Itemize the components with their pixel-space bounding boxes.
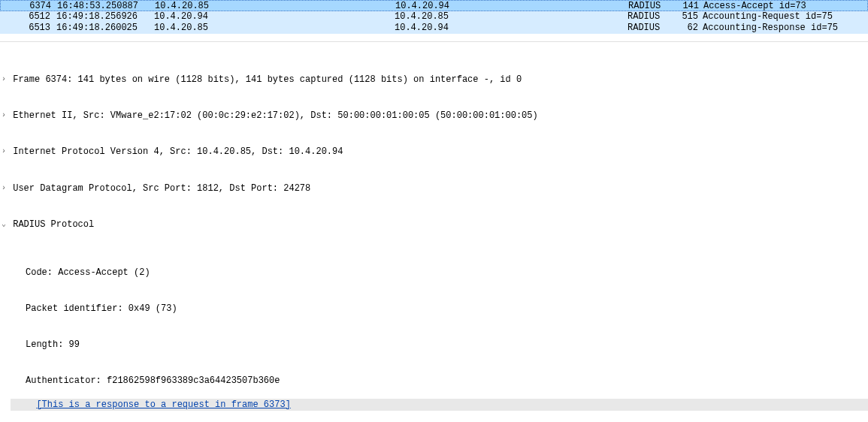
col-time: 16:48:53.250887 [57, 1, 155, 11]
col-len: 62 [673, 23, 703, 34]
frame-summary: Frame 6374: 141 bytes on wire (1128 bits… [13, 74, 522, 85]
col-no: 6512 [23, 11, 56, 23]
tree-node-frame[interactable]: › Frame 6374: 141 bytes on wire (1128 bi… [0, 74, 868, 86]
col-len: 515 [673, 11, 703, 23]
col-src: 10.4.20.85 [154, 23, 395, 34]
tree-node-udp[interactable]: › User Datagram Protocol, Src Port: 1812… [0, 182, 868, 194]
chevron-down-icon[interactable]: ⌄ [0, 219, 8, 231]
ip-summary: Internet Protocol Version 4, Src: 10.4.2… [13, 147, 343, 158]
col-src: 10.4.20.85 [155, 1, 395, 11]
col-info: Accounting-Response id=75 [703, 23, 868, 34]
col-time: 16:49:18.256926 [56, 11, 154, 23]
col-proto: RADIUS [628, 1, 673, 11]
radius-length[interactable]: Length: 99 [0, 339, 868, 351]
chevron-right-icon[interactable]: › [0, 146, 8, 158]
packet-list: 6374 16:48:53.250887 10.4.20.85 10.4.20.… [0, 0, 868, 34]
tree-node-ip[interactable]: › Internet Protocol Version 4, Src: 10.4… [0, 146, 868, 158]
tree-node-radius[interactable]: ⌄ RADIUS Protocol [0, 219, 868, 231]
tree-node-ethernet[interactable]: › Ethernet II, Src: VMware_e2:17:02 (00:… [0, 110, 868, 122]
packet-row[interactable]: 6512 16:49:18.256926 10.4.20.94 10.4.20.… [0, 11, 868, 23]
radius-authenticator[interactable]: Authenticator: f21862598f963389c3a644235… [0, 375, 868, 387]
udp-summary: User Datagram Protocol, Src Port: 1812, … [13, 183, 310, 194]
radius-summary: RADIUS Protocol [13, 219, 94, 230]
col-dst: 10.4.20.94 [395, 23, 628, 34]
col-info: Accounting-Request id=75 [703, 11, 868, 23]
radius-pktid[interactable]: Packet identifier: 0x49 (73) [0, 303, 868, 315]
col-len: 141 [673, 1, 703, 11]
col-time: 16:49:18.260025 [56, 23, 154, 34]
packet-row[interactable]: 6513 16:49:18.260025 10.4.20.85 10.4.20.… [0, 23, 868, 34]
chevron-right-icon[interactable]: › [0, 110, 8, 122]
col-no: 6374 [23, 1, 57, 11]
eth-summary: Ethernet II, Src: VMware_e2:17:02 (00:0c… [13, 110, 538, 121]
packet-details: › Frame 6374: 141 bytes on wire (1128 bi… [0, 47, 868, 422]
col-info: Access-Accept id=73 [703, 1, 867, 11]
col-proto: RADIUS [628, 23, 673, 34]
chevron-right-icon[interactable]: › [0, 182, 8, 194]
col-dst: 10.4.20.94 [395, 1, 628, 11]
col-src: 10.4.20.94 [154, 11, 395, 23]
radius-code[interactable]: Code: Access-Accept (2) [0, 267, 868, 279]
col-dst: 10.4.20.85 [395, 11, 628, 23]
col-no: 6513 [23, 23, 56, 34]
chevron-right-icon[interactable]: › [0, 74, 8, 86]
response-link-text[interactable]: [This is a response to a request in fram… [36, 399, 290, 410]
radius-response-link[interactable]: [This is a response to a request in fram… [11, 399, 868, 411]
col-proto: RADIUS [628, 11, 673, 23]
packet-row[interactable]: 6374 16:48:53.250887 10.4.20.85 10.4.20.… [0, 0, 868, 11]
